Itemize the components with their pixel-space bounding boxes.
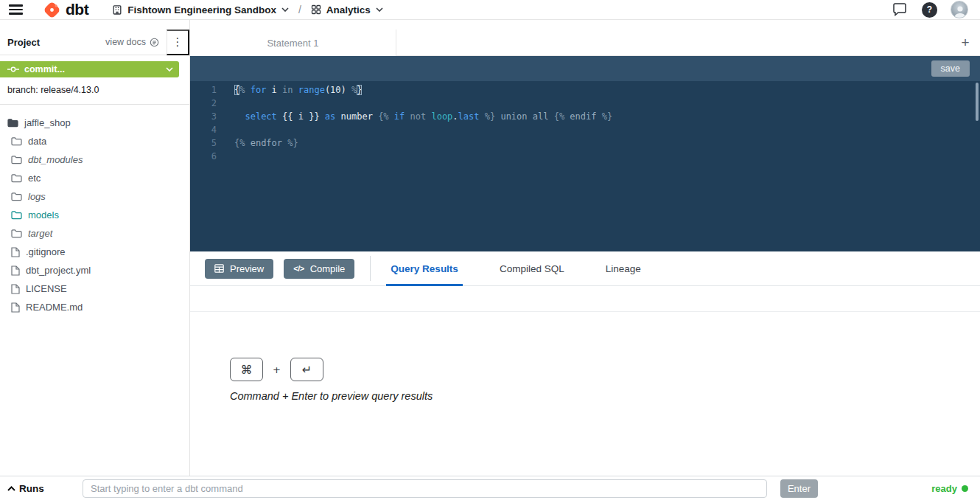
code-line-content: {% for i in range(10) %} [234, 83, 362, 97]
sidebar-title: Project [7, 37, 40, 48]
code-editor[interactable]: save 1{% for i in range(10) %}23 select … [190, 56, 980, 251]
file-icon [11, 284, 20, 294]
code-icon: </> [293, 264, 304, 273]
folder-icon [11, 192, 22, 201]
commit-button[interactable]: commit... [0, 61, 179, 77]
results-tab-query-results[interactable]: Query Results [386, 251, 463, 286]
project-name: Analytics [326, 4, 371, 15]
file-icon [11, 302, 20, 313]
tree-item-jaffle-shop[interactable]: jaffle_shop [0, 114, 189, 132]
line-number: 1 [190, 83, 217, 97]
grid-icon [311, 4, 321, 15]
tree-item-gitignore[interactable]: .gitignore [0, 243, 189, 261]
sidebar-menu-icon[interactable]: ⋮ [167, 29, 189, 55]
toolbar-divider [370, 256, 371, 281]
save-button[interactable]: save [931, 60, 970, 77]
tree-item-label: target [28, 228, 52, 239]
project-selector[interactable]: Analytics [311, 4, 383, 15]
statusbar: Runs Enter ready [0, 476, 980, 500]
ready-label: ready [931, 483, 957, 494]
tree-item-label: logs [28, 191, 46, 202]
tree-item-models[interactable]: models [0, 206, 189, 224]
ready-dot-icon [962, 485, 968, 492]
folder-icon [11, 173, 22, 183]
branch-label: branch: release/4.13.0 [7, 85, 189, 95]
file-icon [11, 247, 20, 257]
folder-icon [7, 118, 18, 128]
tree-item-label: models [28, 209, 59, 221]
compile-label: Compile [310, 263, 346, 274]
line-number: 5 [190, 136, 217, 150]
file-tree: jaffle_shop data dbt_modules etc logs mo… [0, 114, 189, 316]
editor-header: save [190, 56, 980, 81]
chevron-up-icon [7, 486, 15, 491]
tree-item-label: LICENSE [26, 283, 67, 294]
file-icon [11, 265, 20, 276]
chevron-down-icon [376, 7, 383, 12]
folder-icon [11, 136, 22, 146]
code-area[interactable]: 1{% for i in range(10) %}23 select {{ i … [190, 81, 980, 163]
preview-button[interactable]: Preview [205, 259, 273, 279]
code-line-content: {% endfor %} [234, 136, 298, 150]
dbt-cloud-ide: dbt Fishtown Engineering Sandbox / [0, 0, 980, 500]
code-line: 5{% endfor %} [190, 136, 980, 150]
user-avatar[interactable] [951, 1, 968, 18]
tree-item-data[interactable]: data [0, 132, 189, 150]
view-docs-link[interactable]: view docs [105, 37, 167, 47]
line-number: 2 [190, 97, 217, 110]
folder-icon [11, 155, 22, 164]
code-line: 4 [190, 123, 980, 136]
tree-item-etc[interactable]: etc [0, 169, 189, 187]
menu-icon[interactable] [7, 1, 24, 18]
tree-item-target[interactable]: target [0, 224, 189, 243]
command-key-icon: ⌘ [230, 358, 263, 381]
keyboard-hint: ⌘ + ↵ [230, 358, 323, 381]
sidebar-divider [0, 104, 189, 105]
code-line: 2 [190, 97, 980, 110]
results-tab-lineage[interactable]: Lineage [601, 251, 645, 286]
code-line-content: select {{ i }} as number {% if not loop.… [234, 110, 612, 123]
chevron-down-icon [281, 7, 289, 12]
code-line: 1{% for i in range(10) %} [190, 83, 980, 97]
tree-item-readme-md[interactable]: README.md [0, 298, 189, 316]
tree-item-license[interactable]: LICENSE [0, 279, 189, 298]
tree-item-logs[interactable]: logs [0, 187, 189, 206]
compile-button[interactable]: </> Compile [284, 259, 354, 279]
new-tab-button[interactable]: + [956, 34, 974, 52]
hint-caption: Command + Enter to preview query results [230, 390, 433, 402]
line-number: 4 [190, 123, 217, 136]
chevron-down-icon [166, 67, 173, 72]
tree-item-label: etc [28, 173, 41, 184]
results-panel: ⌘ + ↵ Command + Enter to preview query r… [190, 312, 980, 476]
tree-item-dbt-modules[interactable]: dbt_modules [0, 150, 189, 169]
enter-button[interactable]: Enter [780, 479, 818, 498]
chat-icon[interactable] [892, 3, 907, 16]
line-number: 3 [190, 110, 217, 123]
organization-icon [112, 4, 122, 15]
git-commit-icon [7, 66, 19, 73]
results-toolbar: Preview </> Compile Query ResultsCompile… [190, 251, 980, 286]
dbt-logo[interactable]: dbt [43, 1, 88, 19]
dbt-command-input[interactable] [83, 479, 767, 498]
account-name: Fishtown Engineering Sandbox [127, 4, 276, 15]
tree-item-label: dbt_project.yml [26, 265, 91, 276]
tree-item-label: README.md [26, 302, 83, 313]
status-ready: ready [931, 476, 968, 500]
dbt-logo-text: dbt [66, 1, 88, 18]
account-selector[interactable]: Fishtown Engineering Sandbox [112, 4, 289, 15]
view-docs-icon [150, 38, 159, 47]
topbar: dbt Fishtown Engineering Sandbox / [0, 0, 980, 20]
tree-item-label: dbt_modules [28, 154, 83, 165]
tree-item-dbt-project-yml[interactable]: dbt_project.yml [0, 261, 189, 279]
runs-toggle[interactable]: Runs [7, 476, 44, 500]
results-subheader [190, 287, 980, 312]
line-number: 6 [190, 150, 217, 163]
help-icon[interactable]: ? [922, 2, 937, 18]
tree-item-label: .gitignore [26, 246, 65, 257]
code-line: 6 [190, 150, 980, 163]
editor-scrollbar[interactable] [976, 83, 979, 121]
results-tab-compiled-sql[interactable]: Compiled SQL [495, 251, 569, 286]
preview-label: Preview [230, 263, 264, 274]
editor-tab-statement-1[interactable]: Statement 1 [189, 29, 396, 56]
plus-sign: + [273, 364, 281, 375]
